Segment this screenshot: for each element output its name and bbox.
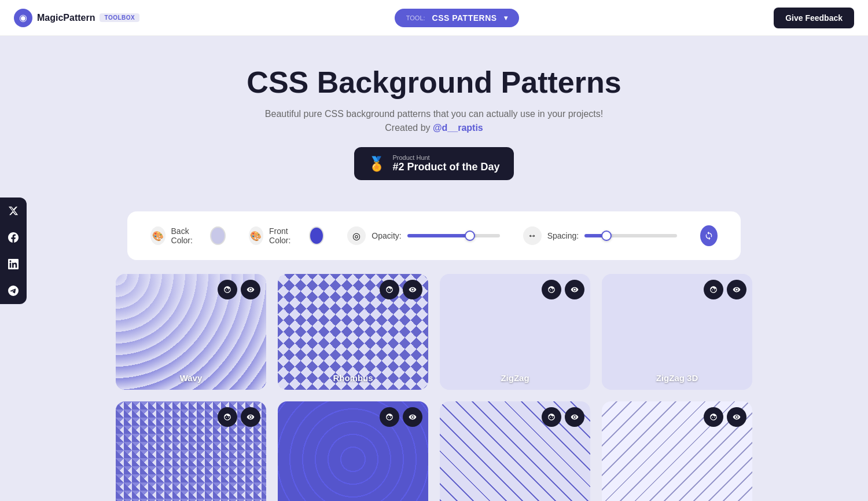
ph-rank: #2 Product of the Day <box>392 161 499 173</box>
logo-icon: ◉ <box>14 9 32 27</box>
credit-prefix: Created by <box>385 123 433 133</box>
logo-name: MagicPattern <box>37 13 95 23</box>
patterns-grid: Wavy Rhombus <box>116 274 752 501</box>
copy-code-button-diagonal2[interactable] <box>704 407 723 427</box>
toolbox-badge: TOOLBOX <box>100 13 139 22</box>
view-button-zigzag3d[interactable] <box>727 280 746 299</box>
opacity-label: Opacity: <box>372 231 401 240</box>
pattern-actions-concentric <box>380 407 422 427</box>
credit-link[interactable]: @d__raptis <box>433 123 483 133</box>
copy-code-button-triangles[interactable] <box>218 407 237 427</box>
copy-code-button-zigzag3d[interactable] <box>704 280 723 299</box>
front-color-swatch[interactable] <box>309 226 324 245</box>
tool-selector-button[interactable]: TOOL: CSS PATTERNS ▾ <box>395 9 519 27</box>
pattern-actions-rhombus <box>380 280 422 299</box>
pattern-actions-diagonal2 <box>704 407 746 427</box>
pattern-name-zigzag3d: ZigZag 3D <box>602 373 752 383</box>
copy-code-button-wavy[interactable] <box>218 280 237 299</box>
copy-code-button-concentric[interactable] <box>380 407 399 427</box>
view-button-zigzag[interactable] <box>565 280 584 299</box>
tool-name: CSS PATTERNS <box>432 13 497 23</box>
ph-text: Product Hunt #2 Product of the Day <box>392 154 499 173</box>
spacing-slider[interactable] <box>584 234 677 237</box>
pattern-card-zigzag3d[interactable]: ZigZag 3D <box>602 274 752 390</box>
view-button-diagonal[interactable] <box>565 407 584 427</box>
medal-icon: 🏅 <box>368 156 385 172</box>
pattern-name-rhombus: Rhombus <box>278 373 428 383</box>
view-button-concentric[interactable] <box>403 407 422 427</box>
front-color-label: Front Color: <box>269 226 303 245</box>
copy-code-button-zigzag[interactable] <box>542 280 561 299</box>
pattern-card-diagonal[interactable]: Diagonal Lines <box>440 401 590 501</box>
pattern-name-wavy: Wavy <box>116 373 266 383</box>
main-content: CSS Background Patterns Beautiful pure C… <box>0 36 868 501</box>
front-color-control: 🎨 Front Color: <box>249 226 325 245</box>
header: ◉ MagicPattern TOOLBOX TOOL: CSS PATTERN… <box>0 0 868 36</box>
hero-section: CSS Background Patterns Beautiful pure C… <box>35 36 833 198</box>
view-button-diagonal2[interactable] <box>727 407 746 427</box>
opacity-slider[interactable] <box>407 234 500 237</box>
refresh-button[interactable] <box>700 225 718 246</box>
pattern-actions-diagonal <box>542 407 584 427</box>
spacing-icon: ↔ <box>523 226 542 245</box>
back-color-swatch[interactable] <box>210 226 225 245</box>
pattern-name-zigzag: ZigZag <box>440 373 590 383</box>
back-color-label: Back Color: <box>171 226 205 245</box>
controls-bar: 🎨 Back Color: 🎨 Front Color: ◎ Opacity: … <box>127 211 741 260</box>
pattern-card-zigzag[interactable]: ZigZag <box>440 274 590 390</box>
back-color-icon: 🎨 <box>150 226 165 245</box>
linkedin-social-button[interactable] <box>0 251 27 277</box>
spacing-control: ↔ Spacing: <box>523 226 677 245</box>
product-hunt-badge[interactable]: 🏅 Product Hunt #2 Product of the Day <box>354 147 513 180</box>
view-button-triangles[interactable] <box>241 407 260 427</box>
give-feedback-button[interactable]: Give Feedback <box>774 8 854 28</box>
copy-code-button-diagonal[interactable] <box>542 407 561 427</box>
chevron-down-icon: ▾ <box>504 14 507 22</box>
pattern-actions-wavy <box>218 280 260 299</box>
hero-subtitle: Beautiful pure CSS background patterns t… <box>46 109 822 119</box>
pattern-card-diagonal2[interactable]: Diagonal Lines 2 <box>602 401 752 501</box>
social-sidebar <box>0 198 27 304</box>
ph-label: Product Hunt <box>392 154 499 161</box>
view-button-rhombus[interactable] <box>403 280 422 299</box>
facebook-social-button[interactable] <box>0 224 27 251</box>
pattern-card-concentric[interactable]: Concentric <box>278 401 428 501</box>
front-color-icon: 🎨 <box>249 226 264 245</box>
pattern-card-wavy[interactable]: Wavy <box>116 274 266 390</box>
logo-area: ◉ MagicPattern TOOLBOX <box>14 9 139 27</box>
view-button-wavy[interactable] <box>241 280 260 299</box>
pattern-actions-zigzag <box>542 280 584 299</box>
pattern-card-triangles[interactable]: Triangles <box>116 401 266 501</box>
tool-label: TOOL: <box>406 14 425 21</box>
back-color-control: 🎨 Back Color: <box>150 226 226 245</box>
opacity-control: ◎ Opacity: <box>347 226 499 245</box>
telegram-social-button[interactable] <box>0 277 27 304</box>
pattern-card-rhombus[interactable]: Rhombus <box>278 274 428 390</box>
copy-code-button-rhombus[interactable] <box>380 280 399 299</box>
spacing-label: Spacing: <box>547 231 579 240</box>
hero-credit: Created by @d__raptis <box>46 123 822 133</box>
opacity-icon: ◎ <box>347 226 366 245</box>
pattern-actions-zigzag3d <box>704 280 746 299</box>
pattern-actions-triangles <box>218 407 260 427</box>
page-title: CSS Background Patterns <box>46 65 822 100</box>
twitter-social-button[interactable] <box>0 198 27 224</box>
